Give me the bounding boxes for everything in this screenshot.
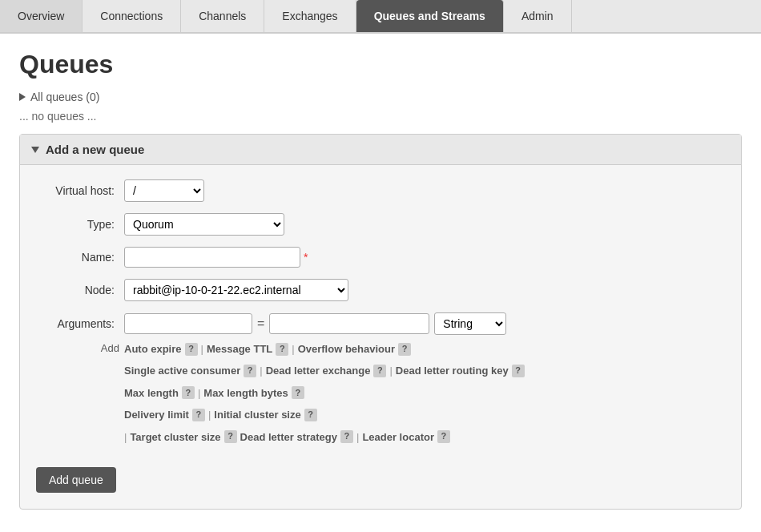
nav-tab-connections[interactable]: Connections: [83, 0, 181, 32]
arguments-inputs: = String Number Boolean: [124, 312, 506, 335]
name-input[interactable]: [124, 247, 300, 268]
virtual-host-label: Virtual host:: [36, 184, 124, 197]
help-dead-letter-routing-key[interactable]: ?: [512, 365, 525, 377]
tag-initial-cluster-size[interactable]: Initial cluster size: [214, 405, 300, 424]
tag-dead-letter-exchange[interactable]: Dead letter exchange: [266, 361, 371, 380]
tags-line-4: Delivery limit ? | Initial cluster size …: [124, 405, 725, 424]
add-section-title: Add a new queue: [46, 143, 144, 156]
tag-overflow-behaviour[interactable]: Overflow behaviour: [298, 340, 395, 358]
node-label: Node:: [36, 284, 124, 296]
tag-delivery-limit[interactable]: Delivery limit: [124, 405, 189, 424]
args-tags-row: Add Auto expire ? | Message TTL ? | Over…: [36, 340, 725, 449]
nav-tab-overview[interactable]: Overview: [0, 0, 83, 32]
help-leader-locator[interactable]: ?: [437, 430, 450, 443]
add-queue-body: Virtual host: / Type: Default for virtua…: [20, 165, 741, 509]
tag-leader-locator[interactable]: Leader locator: [362, 428, 434, 446]
tag-target-cluster-size[interactable]: Target cluster size: [130, 428, 220, 446]
add-queue-header[interactable]: Add a new queue: [20, 135, 741, 165]
arguments-label: Arguments:: [36, 317, 124, 330]
all-queues-label: All queues (0): [30, 91, 99, 103]
help-initial-cluster-size[interactable]: ?: [304, 409, 317, 421]
no-queues-text: ... no queues ...: [19, 110, 742, 123]
tags-line-5: | Target cluster size ? Dead letter stra…: [124, 428, 725, 446]
help-dead-letter-exchange[interactable]: ?: [373, 365, 386, 377]
type-select[interactable]: Default for virtual host Classic Quorum …: [124, 213, 284, 236]
help-auto-expire[interactable]: ?: [185, 343, 198, 356]
sep-3: |: [260, 361, 262, 380]
main-nav: OverviewConnectionsChannelsExchangesQueu…: [0, 0, 761, 34]
add-queue-button[interactable]: Add queue: [36, 467, 116, 493]
argument-key-input[interactable]: [124, 313, 252, 334]
page-title: Queues: [19, 50, 742, 79]
nav-tab-exchanges[interactable]: Exchanges: [264, 0, 356, 32]
node-row: Node: rabbit@ip-10-0-21-22.ec2.internal: [36, 279, 725, 301]
tags-line-1: Auto expire ? | Message TTL ? | Overflow…: [124, 340, 725, 358]
virtual-host-select[interactable]: /: [124, 179, 204, 202]
help-max-length-bytes[interactable]: ?: [292, 386, 304, 399]
help-message-ttl[interactable]: ?: [276, 343, 288, 356]
nav-tab-queues-and-streams[interactable]: Queues and Streams: [356, 0, 504, 32]
tag-message-ttl[interactable]: Message TTL: [207, 340, 272, 358]
sep-6: |: [208, 405, 211, 424]
tag-auto-expire[interactable]: Auto expire: [124, 340, 182, 358]
sep-2: |: [292, 340, 294, 358]
required-star: *: [304, 251, 308, 264]
type-row: Type: Default for virtual host Classic Q…: [36, 213, 725, 236]
sep-4: |: [389, 361, 392, 380]
collapse-icon: [19, 93, 26, 101]
argument-type-select[interactable]: String Number Boolean: [434, 312, 506, 335]
sep-5: |: [198, 384, 200, 402]
tags-area: Auto expire ? | Message TTL ? | Overflow…: [124, 340, 725, 449]
tag-max-length-bytes[interactable]: Max length bytes: [203, 384, 288, 402]
help-max-length[interactable]: ?: [182, 386, 195, 399]
help-target-cluster-size[interactable]: ?: [224, 430, 237, 443]
all-queues-toggle[interactable]: All queues (0): [19, 91, 742, 103]
help-overflow-behaviour[interactable]: ?: [398, 343, 411, 356]
expand-icon: [31, 147, 39, 153]
nav-tab-channels[interactable]: Channels: [181, 0, 264, 32]
type-label: Type:: [36, 218, 124, 231]
argument-value-input[interactable]: [269, 313, 429, 334]
help-delivery-limit[interactable]: ?: [192, 409, 205, 421]
tag-single-active-consumer[interactable]: Single active consumer: [124, 361, 240, 380]
equals-sign: =: [257, 316, 264, 331]
sep-1: |: [201, 340, 203, 358]
node-select[interactable]: rabbit@ip-10-0-21-22.ec2.internal: [124, 279, 348, 301]
name-row: Name: *: [36, 247, 725, 268]
add-queue-section: Add a new queue Virtual host: / Type: De…: [19, 134, 742, 510]
arguments-row: Arguments: = String Number Boolean: [36, 312, 725, 335]
sep-8: |: [356, 428, 359, 446]
tag-dead-letter-routing-key[interactable]: Dead letter routing key: [396, 361, 509, 380]
help-dead-letter-strategy[interactable]: ?: [340, 430, 353, 443]
tags-line-3: Max length ? | Max length bytes ?: [124, 384, 725, 402]
nav-tab-admin[interactable]: Admin: [504, 0, 572, 32]
page-content: Queues All queues (0) ... no queues ... …: [0, 34, 761, 526]
sep-7: |: [124, 428, 127, 446]
virtual-host-row: Virtual host: /: [36, 179, 725, 202]
add-text: Add: [101, 342, 119, 354]
tag-dead-letter-strategy[interactable]: Dead letter strategy: [240, 428, 337, 446]
add-label: Add: [36, 340, 124, 354]
name-label: Name:: [36, 251, 124, 264]
tags-line-2: Single active consumer ? | Dead letter e…: [124, 361, 725, 380]
tag-max-length[interactable]: Max length: [124, 384, 179, 402]
help-single-active-consumer[interactable]: ?: [244, 365, 256, 377]
